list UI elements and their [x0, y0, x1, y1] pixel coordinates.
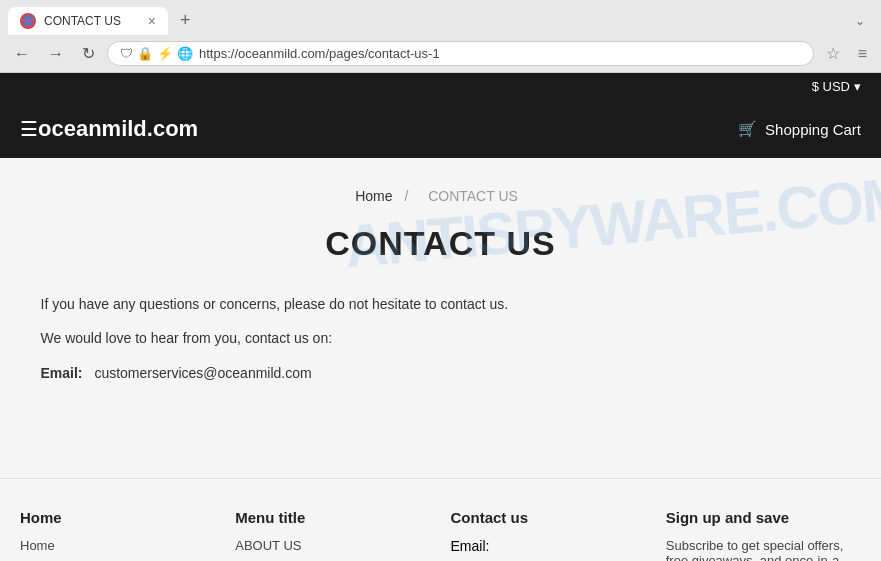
contact-email-line: Email: customerservices@oceanmild.com	[41, 362, 841, 384]
shopping-cart-button[interactable]: 🛒 Shopping Cart	[738, 120, 861, 138]
reload-button[interactable]: ↻	[76, 41, 101, 66]
breadcrumb-separator: /	[404, 188, 408, 204]
browser-tab[interactable]: 🌀 CONTACT US ×	[8, 7, 168, 35]
shield-icon: 🛡	[120, 46, 133, 61]
breadcrumb-current: CONTACT US	[428, 188, 518, 204]
footer-home-link[interactable]: Home	[20, 538, 215, 553]
page-title: CONTACT US	[41, 224, 841, 263]
contact-intro-text: If you have any questions or concerns, p…	[41, 293, 841, 315]
logo-text: oceanmild.com	[38, 116, 198, 142]
cart-label: Shopping Cart	[765, 121, 861, 138]
email-label: Email:	[41, 362, 83, 384]
tab-close-button[interactable]: ×	[148, 13, 156, 29]
footer-col-contact: Contact us Email:	[451, 509, 646, 561]
url-text: https://oceanmild.com/pages/contact-us-1	[199, 46, 801, 61]
forward-button[interactable]: →	[42, 42, 70, 66]
back-button[interactable]: ←	[8, 42, 36, 66]
footer-col-home: Home Home	[20, 509, 215, 561]
site-footer: Home Home Menu title ABOUT US Contact us…	[0, 478, 881, 561]
lock-icon: 🔒	[137, 46, 153, 61]
footer-about-link[interactable]: ABOUT US	[235, 538, 430, 553]
contact-section: CONTACT US If you have any questions or …	[31, 224, 851, 384]
footer-menu-heading: Menu title	[235, 509, 430, 526]
currency-arrow-icon: ▾	[854, 79, 861, 94]
footer-signup-text: Subscribe to get special offers, free gi…	[666, 538, 861, 561]
tab-chevron-icon[interactable]: ⌄	[847, 10, 873, 32]
browser-titlebar: 🌀 CONTACT US × + ⌄	[0, 0, 881, 35]
main-content: ANTISPYWARE.COM Home / CONTACT US CONTAC…	[0, 158, 881, 478]
footer-email-label: Email:	[451, 538, 490, 554]
footer-col-signup: Sign up and save Subscribe to get specia…	[666, 509, 861, 561]
tab-title: CONTACT US	[44, 14, 140, 28]
site-logo[interactable]: oceanmild.com	[38, 116, 738, 142]
currency-selector[interactable]: $ USD ▾	[812, 79, 861, 94]
browser-chrome: 🌀 CONTACT US × + ⌄ ← → ↻ 🛡 🔒 ⚡ 🌐 https:/…	[0, 0, 881, 73]
footer-signup-heading: Sign up and save	[666, 509, 861, 526]
footer-contact-heading: Contact us	[451, 509, 646, 526]
currency-value: $ USD	[812, 79, 850, 94]
hamburger-menu-icon[interactable]: ☰	[20, 117, 38, 141]
tab-favicon: 🌀	[20, 13, 36, 29]
site-topbar: $ USD ▾	[0, 73, 881, 100]
footer-grid: Home Home Menu title ABOUT US Contact us…	[20, 509, 861, 561]
address-bar[interactable]: 🛡 🔒 ⚡ 🌐 https://oceanmild.com/pages/cont…	[107, 41, 814, 66]
site-header: ☰ oceanmild.com 🛒 Shopping Cart	[0, 100, 881, 158]
breadcrumb: Home / CONTACT US	[20, 188, 861, 204]
extra-icon: ⚡	[157, 46, 173, 61]
browser-menu-icon[interactable]: ≡	[852, 42, 873, 66]
email-value: customerservices@oceanmild.com	[94, 362, 311, 384]
browser-toolbar: ← → ↻ 🛡 🔒 ⚡ 🌐 https://oceanmild.com/page…	[0, 35, 881, 72]
new-tab-button[interactable]: +	[172, 6, 199, 35]
footer-home-heading: Home	[20, 509, 215, 526]
security-icons: 🛡 🔒 ⚡ 🌐	[120, 46, 193, 61]
contact-love-text: We would love to hear from you, contact …	[41, 327, 841, 349]
breadcrumb-home-link[interactable]: Home	[355, 188, 392, 204]
bookmark-star-icon[interactable]: ☆	[820, 41, 846, 66]
globe-icon: 🌐	[177, 46, 193, 61]
footer-col-menu: Menu title ABOUT US	[235, 509, 430, 561]
cart-icon: 🛒	[738, 120, 757, 138]
